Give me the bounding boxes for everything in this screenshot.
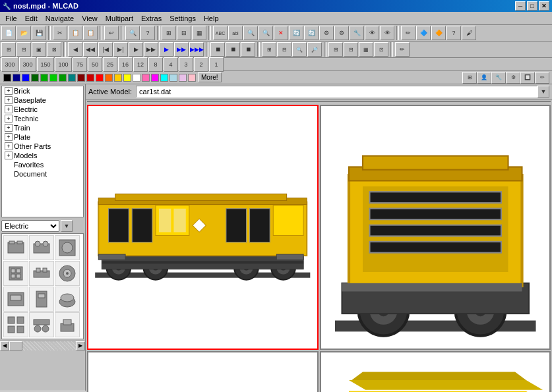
color-extra-4[interactable]: ⚙ [506, 72, 520, 84]
snap-7[interactable]: 16 [118, 57, 133, 72]
color-teal[interactable] [68, 74, 76, 82]
part-thumb-5[interactable] [29, 261, 54, 286]
new-button[interactable]: 📄 [1, 26, 16, 40]
color-pink[interactable] [142, 74, 150, 82]
tb-r2-21[interactable]: ⊞ [328, 42, 343, 57]
col-partnr[interactable]: Part nr. [374, 102, 421, 103]
tb8[interactable]: abl [228, 26, 243, 40]
snap-0[interactable]: 300 [1, 57, 18, 72]
expand-technic[interactable]: + [5, 115, 13, 123]
snap-11[interactable]: 3 [179, 57, 193, 72]
tb-r2-13[interactable]: ▶▶▶ [189, 42, 204, 57]
tb20[interactable]: 🔷 [416, 26, 431, 40]
snap-13[interactable]: 1 [209, 57, 224, 72]
color-maroon[interactable] [77, 74, 85, 82]
color-darkgreen[interactable] [31, 74, 39, 82]
part-thumb-1[interactable] [3, 235, 28, 260]
part-thumb-9[interactable] [55, 287, 80, 312]
expand-other-parts[interactable]: + [5, 142, 13, 150]
snap-10[interactable]: 4 [164, 57, 178, 72]
menu-extras[interactable]: Extras [137, 13, 166, 24]
tb15[interactable]: ⚙ [334, 26, 349, 40]
tree-item-models[interactable]: + Models [2, 151, 83, 160]
color-yellow[interactable] [114, 74, 122, 82]
tb-r2-24[interactable]: ⊡ [374, 42, 388, 57]
tree-item-other-parts[interactable]: + Other Parts [2, 142, 83, 151]
expand-train[interactable]: + [5, 124, 13, 132]
view-top-left[interactable] [87, 105, 319, 350]
tree-item-brick[interactable]: + Brick [2, 86, 83, 96]
view-bottom-right[interactable] [320, 351, 551, 393]
menu-file[interactable]: File [1, 13, 21, 24]
menu-help[interactable]: Help [200, 13, 223, 24]
view-top-right[interactable] [320, 105, 551, 350]
tb22[interactable]: ? [446, 26, 461, 40]
col-scroll[interactable]: ▲ [537, 102, 550, 103]
tb-r2-8[interactable]: ▶| [113, 42, 128, 57]
tb10[interactable]: 🔍 [259, 26, 273, 40]
color-orange[interactable] [105, 74, 113, 82]
tb23[interactable]: 🖌 [462, 26, 476, 40]
part-thumb-7[interactable] [3, 287, 28, 312]
color-extra-5[interactable]: 🔲 [520, 72, 535, 84]
snap-8[interactable]: 12 [133, 57, 148, 72]
tb9[interactable]: 🔍 [243, 26, 258, 40]
color-lavender[interactable] [179, 74, 187, 82]
tree-item-electric[interactable]: + Electric [2, 105, 83, 114]
view-bottom-left[interactable] [87, 351, 319, 393]
tb-r2-10[interactable]: ▶▶ [144, 42, 158, 57]
color-magenta[interactable] [151, 74, 159, 82]
snap-5[interactable]: 50 [88, 57, 102, 72]
part-thumb-4[interactable] [3, 261, 28, 286]
snap-9[interactable]: 8 [148, 57, 163, 72]
tb-r2-11[interactable]: ▶ [159, 42, 173, 57]
paste-button[interactable]: 📋 [83, 26, 98, 40]
tb-r2-17[interactable]: ⊞ [262, 42, 276, 57]
parts-category-select[interactable]: Electric Brick Baseplate Technic Train P… [1, 220, 59, 232]
part-thumb-12[interactable] [55, 312, 80, 337]
tb-r2-5[interactable]: ◀ [68, 42, 82, 57]
tb21[interactable]: 🔶 [431, 26, 446, 40]
copy-button[interactable]: 📋 [68, 26, 82, 40]
tb19[interactable]: ✏ [401, 26, 415, 40]
tb-r2-23[interactable]: ▦ [359, 42, 373, 57]
tb-r2-3[interactable]: ▣ [32, 42, 46, 57]
snap-2[interactable]: 150 [37, 57, 54, 72]
color-blue[interactable] [22, 74, 30, 82]
tree-item-technic[interactable]: + Technic [2, 114, 83, 123]
tree-item-train[interactable]: + Train [2, 123, 83, 132]
col-rotation[interactable]: Rotation [231, 102, 373, 103]
tb-r2-1[interactable]: ⊞ [1, 42, 16, 57]
part-thumb-10[interactable] [3, 312, 28, 337]
tree-item-baseplate[interactable]: + Baseplate [2, 96, 83, 105]
tb-r2-22[interactable]: ⊟ [344, 42, 358, 57]
expand-baseplate[interactable]: + [5, 96, 13, 104]
part-thumb-2[interactable] [29, 235, 54, 260]
tree-item-document[interactable]: + Document [2, 169, 83, 179]
color-green[interactable] [40, 74, 48, 82]
snap-1[interactable]: 300 [19, 57, 36, 72]
color-extra-3[interactable]: 🔧 [491, 72, 506, 84]
menu-navigate[interactable]: Navigate [42, 13, 78, 24]
tb-r2-20[interactable]: 🔎 [307, 42, 322, 57]
color-black[interactable] [3, 74, 11, 82]
part-thumb-3[interactable] [55, 235, 80, 260]
undo-button[interactable]: ↩ [104, 26, 119, 40]
tb-r2-14[interactable]: ⏹ [210, 42, 225, 57]
maximize-button[interactable]: □ [527, 1, 537, 11]
close-button[interactable]: ✕ [539, 1, 549, 11]
tb18[interactable]: 👁 [380, 26, 394, 40]
tb-r2-2[interactable]: ⊟ [16, 42, 31, 57]
tb17[interactable]: 👁 [365, 26, 379, 40]
color-lightblue[interactable] [169, 74, 177, 82]
tb-r2-19[interactable]: 🔍 [292, 42, 307, 57]
color-extra-6[interactable]: ✏ [535, 72, 549, 84]
snap-3[interactable]: 100 [55, 57, 72, 72]
menu-edit[interactable]: Edit [21, 13, 42, 24]
color-lightgreen[interactable] [49, 74, 57, 82]
tb-r2-16[interactable]: ⏹ [241, 42, 255, 57]
more-colors-button[interactable]: More! [198, 72, 222, 82]
scroll-left-btn[interactable]: ◀ [0, 341, 9, 350]
color-green2[interactable] [59, 74, 67, 82]
col-position[interactable]: Position [161, 102, 231, 103]
